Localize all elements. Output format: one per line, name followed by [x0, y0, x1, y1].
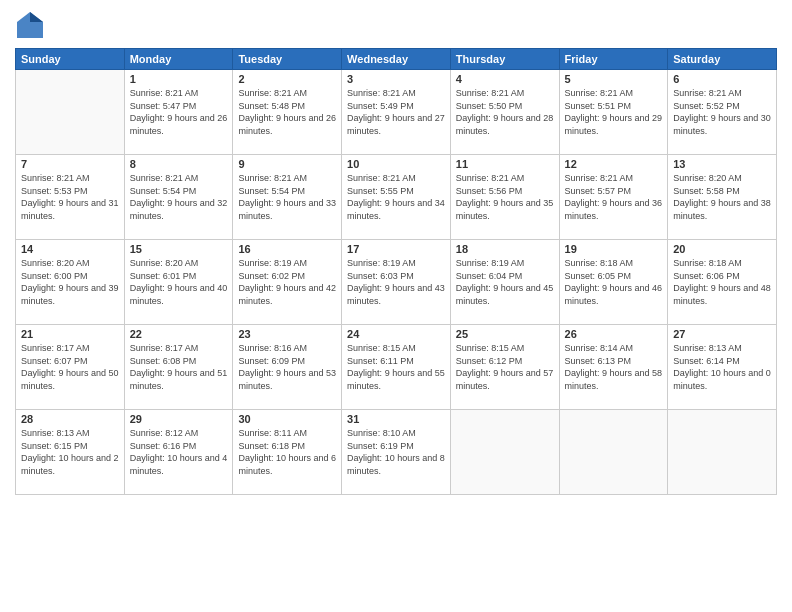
- cell-sun-info: Sunrise: 8:14 AMSunset: 6:13 PMDaylight:…: [565, 342, 663, 392]
- weekday-header-saturday: Saturday: [668, 49, 777, 70]
- day-number: 1: [130, 73, 228, 85]
- day-number: 6: [673, 73, 771, 85]
- calendar-week-row-1: 1Sunrise: 8:21 AMSunset: 5:47 PMDaylight…: [16, 70, 777, 155]
- cell-sun-info: Sunrise: 8:18 AMSunset: 6:05 PMDaylight:…: [565, 257, 663, 307]
- calendar-cell: 3Sunrise: 8:21 AMSunset: 5:49 PMDaylight…: [342, 70, 451, 155]
- calendar-cell: 28Sunrise: 8:13 AMSunset: 6:15 PMDayligh…: [16, 410, 125, 495]
- day-number: 2: [238, 73, 336, 85]
- calendar-cell: 7Sunrise: 8:21 AMSunset: 5:53 PMDaylight…: [16, 155, 125, 240]
- day-number: 16: [238, 243, 336, 255]
- calendar-cell: 19Sunrise: 8:18 AMSunset: 6:05 PMDayligh…: [559, 240, 668, 325]
- calendar-week-row-3: 14Sunrise: 8:20 AMSunset: 6:00 PMDayligh…: [16, 240, 777, 325]
- cell-sun-info: Sunrise: 8:20 AMSunset: 6:00 PMDaylight:…: [21, 257, 119, 307]
- day-number: 7: [21, 158, 119, 170]
- calendar-cell: 20Sunrise: 8:18 AMSunset: 6:06 PMDayligh…: [668, 240, 777, 325]
- calendar-cell: 10Sunrise: 8:21 AMSunset: 5:55 PMDayligh…: [342, 155, 451, 240]
- logo: [15, 10, 49, 40]
- calendar-cell: 2Sunrise: 8:21 AMSunset: 5:48 PMDaylight…: [233, 70, 342, 155]
- calendar-cell: 22Sunrise: 8:17 AMSunset: 6:08 PMDayligh…: [124, 325, 233, 410]
- calendar-table: SundayMondayTuesdayWednesdayThursdayFrid…: [15, 48, 777, 495]
- calendar-cell: 27Sunrise: 8:13 AMSunset: 6:14 PMDayligh…: [668, 325, 777, 410]
- calendar-cell: [16, 70, 125, 155]
- day-number: 18: [456, 243, 554, 255]
- calendar-cell: 23Sunrise: 8:16 AMSunset: 6:09 PMDayligh…: [233, 325, 342, 410]
- calendar-cell: 30Sunrise: 8:11 AMSunset: 6:18 PMDayligh…: [233, 410, 342, 495]
- cell-sun-info: Sunrise: 8:21 AMSunset: 5:54 PMDaylight:…: [238, 172, 336, 222]
- weekday-header-tuesday: Tuesday: [233, 49, 342, 70]
- logo-icon: [15, 10, 45, 40]
- day-number: 25: [456, 328, 554, 340]
- calendar-cell: [668, 410, 777, 495]
- day-number: 17: [347, 243, 445, 255]
- day-number: 31: [347, 413, 445, 425]
- cell-sun-info: Sunrise: 8:21 AMSunset: 5:53 PMDaylight:…: [21, 172, 119, 222]
- cell-sun-info: Sunrise: 8:19 AMSunset: 6:02 PMDaylight:…: [238, 257, 336, 307]
- calendar-cell: 31Sunrise: 8:10 AMSunset: 6:19 PMDayligh…: [342, 410, 451, 495]
- calendar-cell: 9Sunrise: 8:21 AMSunset: 5:54 PMDaylight…: [233, 155, 342, 240]
- calendar-cell: 13Sunrise: 8:20 AMSunset: 5:58 PMDayligh…: [668, 155, 777, 240]
- day-number: 21: [21, 328, 119, 340]
- cell-sun-info: Sunrise: 8:21 AMSunset: 5:55 PMDaylight:…: [347, 172, 445, 222]
- calendar-cell: 15Sunrise: 8:20 AMSunset: 6:01 PMDayligh…: [124, 240, 233, 325]
- calendar-cell: [450, 410, 559, 495]
- day-number: 20: [673, 243, 771, 255]
- calendar-cell: 21Sunrise: 8:17 AMSunset: 6:07 PMDayligh…: [16, 325, 125, 410]
- day-number: 24: [347, 328, 445, 340]
- weekday-header-monday: Monday: [124, 49, 233, 70]
- cell-sun-info: Sunrise: 8:21 AMSunset: 5:56 PMDaylight:…: [456, 172, 554, 222]
- cell-sun-info: Sunrise: 8:19 AMSunset: 6:04 PMDaylight:…: [456, 257, 554, 307]
- day-number: 9: [238, 158, 336, 170]
- calendar-week-row-5: 28Sunrise: 8:13 AMSunset: 6:15 PMDayligh…: [16, 410, 777, 495]
- calendar-cell: 8Sunrise: 8:21 AMSunset: 5:54 PMDaylight…: [124, 155, 233, 240]
- calendar-cell: 6Sunrise: 8:21 AMSunset: 5:52 PMDaylight…: [668, 70, 777, 155]
- weekday-header-sunday: Sunday: [16, 49, 125, 70]
- calendar-cell: 24Sunrise: 8:15 AMSunset: 6:11 PMDayligh…: [342, 325, 451, 410]
- cell-sun-info: Sunrise: 8:21 AMSunset: 5:52 PMDaylight:…: [673, 87, 771, 137]
- weekday-header-row: SundayMondayTuesdayWednesdayThursdayFrid…: [16, 49, 777, 70]
- weekday-header-thursday: Thursday: [450, 49, 559, 70]
- day-number: 19: [565, 243, 663, 255]
- cell-sun-info: Sunrise: 8:13 AMSunset: 6:15 PMDaylight:…: [21, 427, 119, 477]
- cell-sun-info: Sunrise: 8:11 AMSunset: 6:18 PMDaylight:…: [238, 427, 336, 477]
- calendar-cell: [559, 410, 668, 495]
- cell-sun-info: Sunrise: 8:18 AMSunset: 6:06 PMDaylight:…: [673, 257, 771, 307]
- day-number: 5: [565, 73, 663, 85]
- day-number: 30: [238, 413, 336, 425]
- cell-sun-info: Sunrise: 8:15 AMSunset: 6:12 PMDaylight:…: [456, 342, 554, 392]
- cell-sun-info: Sunrise: 8:21 AMSunset: 5:54 PMDaylight:…: [130, 172, 228, 222]
- cell-sun-info: Sunrise: 8:15 AMSunset: 6:11 PMDaylight:…: [347, 342, 445, 392]
- day-number: 10: [347, 158, 445, 170]
- day-number: 4: [456, 73, 554, 85]
- calendar-cell: 1Sunrise: 8:21 AMSunset: 5:47 PMDaylight…: [124, 70, 233, 155]
- day-number: 29: [130, 413, 228, 425]
- cell-sun-info: Sunrise: 8:21 AMSunset: 5:50 PMDaylight:…: [456, 87, 554, 137]
- cell-sun-info: Sunrise: 8:21 AMSunset: 5:57 PMDaylight:…: [565, 172, 663, 222]
- svg-marker-1: [30, 12, 43, 22]
- calendar-cell: 18Sunrise: 8:19 AMSunset: 6:04 PMDayligh…: [450, 240, 559, 325]
- cell-sun-info: Sunrise: 8:16 AMSunset: 6:09 PMDaylight:…: [238, 342, 336, 392]
- calendar-cell: 26Sunrise: 8:14 AMSunset: 6:13 PMDayligh…: [559, 325, 668, 410]
- cell-sun-info: Sunrise: 8:21 AMSunset: 5:48 PMDaylight:…: [238, 87, 336, 137]
- cell-sun-info: Sunrise: 8:10 AMSunset: 6:19 PMDaylight:…: [347, 427, 445, 477]
- day-number: 11: [456, 158, 554, 170]
- day-number: 22: [130, 328, 228, 340]
- weekday-header-wednesday: Wednesday: [342, 49, 451, 70]
- day-number: 12: [565, 158, 663, 170]
- cell-sun-info: Sunrise: 8:21 AMSunset: 5:49 PMDaylight:…: [347, 87, 445, 137]
- calendar-cell: 12Sunrise: 8:21 AMSunset: 5:57 PMDayligh…: [559, 155, 668, 240]
- calendar-cell: 14Sunrise: 8:20 AMSunset: 6:00 PMDayligh…: [16, 240, 125, 325]
- day-number: 13: [673, 158, 771, 170]
- cell-sun-info: Sunrise: 8:19 AMSunset: 6:03 PMDaylight:…: [347, 257, 445, 307]
- page: SundayMondayTuesdayWednesdayThursdayFrid…: [0, 0, 792, 612]
- day-number: 28: [21, 413, 119, 425]
- cell-sun-info: Sunrise: 8:20 AMSunset: 5:58 PMDaylight:…: [673, 172, 771, 222]
- cell-sun-info: Sunrise: 8:17 AMSunset: 6:08 PMDaylight:…: [130, 342, 228, 392]
- calendar-week-row-2: 7Sunrise: 8:21 AMSunset: 5:53 PMDaylight…: [16, 155, 777, 240]
- cell-sun-info: Sunrise: 8:12 AMSunset: 6:16 PMDaylight:…: [130, 427, 228, 477]
- header: [15, 10, 777, 40]
- day-number: 26: [565, 328, 663, 340]
- day-number: 15: [130, 243, 228, 255]
- cell-sun-info: Sunrise: 8:21 AMSunset: 5:51 PMDaylight:…: [565, 87, 663, 137]
- calendar-cell: 16Sunrise: 8:19 AMSunset: 6:02 PMDayligh…: [233, 240, 342, 325]
- calendar-week-row-4: 21Sunrise: 8:17 AMSunset: 6:07 PMDayligh…: [16, 325, 777, 410]
